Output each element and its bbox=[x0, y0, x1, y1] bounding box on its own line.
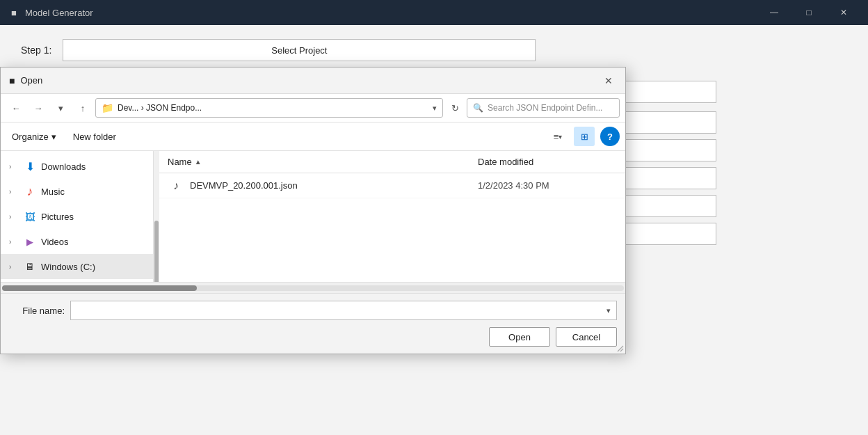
file-list-header: Name ▲ Date modified bbox=[159, 151, 625, 173]
content-area: › ⬇ Downloads › ♪ Music › 🖼 Pictures › ▶ bbox=[1, 151, 625, 282]
file-list: Name ▲ Date modified ♪ DEVMVP_20.200.001… bbox=[159, 151, 625, 282]
step1-label: Step 1: bbox=[21, 45, 51, 56]
file-icon: ♪ bbox=[168, 177, 184, 194]
app-title: Model Generator bbox=[25, 8, 93, 18]
address-text: Dev... › JSON Endpo... bbox=[118, 103, 428, 113]
sidebar-item-pictures[interactable]: › 🖼 Pictures bbox=[1, 204, 153, 229]
dialog-close-button[interactable]: ✕ bbox=[600, 72, 617, 89]
dialog-title-left: ■ Open bbox=[9, 75, 42, 86]
windows-chevron-icon: › bbox=[9, 263, 19, 271]
filename-row: File name: ▾ bbox=[9, 301, 617, 320]
nav-up-button[interactable]: ↑ bbox=[73, 98, 93, 118]
nav-forward-button[interactable]: → bbox=[29, 98, 48, 118]
app-icon: ■ bbox=[8, 7, 19, 18]
close-button[interactable]: ✕ bbox=[828, 2, 860, 23]
downloads-icon: ⬇ bbox=[23, 159, 37, 173]
resize-handle[interactable] bbox=[616, 344, 625, 354]
view-menu-caret-icon: ▾ bbox=[558, 133, 562, 141]
new-folder-button[interactable]: New folder bbox=[67, 129, 122, 145]
music-icon: ♪ bbox=[23, 184, 37, 198]
music-chevron-icon: › bbox=[9, 188, 19, 196]
h-scrollbar-track bbox=[2, 285, 624, 291]
window-controls: — □ ✕ bbox=[758, 2, 860, 23]
sidebar-scrollbar[interactable] bbox=[154, 151, 159, 282]
toolbar: Organize ▾ New folder ≡ ▾ ⊞ ? bbox=[1, 122, 625, 151]
sidebar: › ⬇ Downloads › ♪ Music › 🖼 Pictures › ▶ bbox=[1, 151, 154, 282]
pictures-chevron-icon: › bbox=[9, 213, 19, 221]
downloads-label: Downloads bbox=[41, 161, 86, 172]
address-folder-icon: 📁 bbox=[102, 102, 113, 113]
videos-label: Videos bbox=[41, 237, 69, 247]
videos-chevron-icon: › bbox=[9, 238, 19, 246]
sidebar-item-music[interactable]: › ♪ Music bbox=[1, 179, 153, 204]
dialog-title-bar: ■ Open ✕ bbox=[1, 68, 625, 94]
organize-label: Organize bbox=[12, 132, 49, 142]
address-bar[interactable]: 📁 Dev... › JSON Endpo... ▾ bbox=[95, 98, 443, 118]
title-bar: ■ Model Generator — □ ✕ bbox=[0, 0, 868, 25]
column-name-header[interactable]: Name ▲ bbox=[168, 157, 478, 167]
dialog-title-text: Open bbox=[20, 75, 42, 86]
column-name-label: Name bbox=[168, 157, 192, 167]
step1-row: Step 1: Select Project bbox=[21, 39, 847, 61]
sidebar-item-videos[interactable]: › ▶ Videos bbox=[1, 229, 153, 254]
filename-input[interactable]: ▾ bbox=[70, 301, 617, 320]
sidebar-item-downloads[interactable]: › ⬇ Downloads bbox=[1, 154, 153, 179]
nav-dropdown-button[interactable]: ▾ bbox=[51, 98, 70, 118]
file-name: DEVMVP_20.200.001.json bbox=[190, 180, 478, 191]
file-row[interactable]: ♪ DEVMVP_20.200.001.json 1/2/2023 4:30 P… bbox=[159, 173, 625, 198]
windows-c-icon: 🖥 bbox=[23, 260, 37, 274]
search-bar[interactable]: 🔍 Search JSON Endpoint Defin... bbox=[467, 98, 620, 118]
app-body: Step 1: Select Project 0.001\DEVMVPBlog_… bbox=[0, 25, 868, 435]
nav-back-button[interactable]: ← bbox=[6, 98, 26, 118]
pictures-label: Pictures bbox=[41, 212, 74, 222]
maximize-button[interactable]: □ bbox=[793, 2, 825, 23]
dialog-actions: Open Cancel bbox=[9, 327, 617, 347]
search-icon: 🔍 bbox=[473, 103, 483, 113]
h-scrollbar-thumb bbox=[2, 285, 197, 291]
nav-bar: ← → ▾ ↑ 📁 Dev... › JSON Endpo... ▾ ↻ 🔍 S… bbox=[1, 94, 625, 122]
sidebar-item-windows-c[interactable]: › 🖥 Windows (C:) bbox=[1, 254, 153, 279]
open-button[interactable]: Open bbox=[489, 327, 550, 347]
pictures-icon: 🖼 bbox=[23, 209, 37, 223]
search-placeholder-text: Search JSON Endpoint Defin... bbox=[488, 103, 602, 113]
file-date: 1/2/2023 4:30 PM bbox=[478, 180, 617, 191]
help-button[interactable]: ? bbox=[600, 127, 620, 146]
cancel-button[interactable]: Cancel bbox=[556, 327, 617, 347]
sidebar-scrollbar-thumb bbox=[154, 221, 159, 282]
filename-label: File name: bbox=[9, 306, 65, 316]
horizontal-scrollbar[interactable] bbox=[1, 282, 625, 293]
organize-caret-icon: ▾ bbox=[51, 132, 56, 142]
minimize-button[interactable]: — bbox=[758, 2, 790, 23]
address-dropdown-icon: ▾ bbox=[433, 104, 437, 113]
open-dialog: ■ Open ✕ ← → ▾ ↑ 📁 Dev... › JSON Endpo..… bbox=[0, 67, 626, 354]
address-refresh-button[interactable]: ↻ bbox=[446, 99, 464, 117]
view-menu-icon: ≡ bbox=[554, 132, 559, 142]
music-label: Music bbox=[41, 187, 65, 197]
windows-c-label: Windows (C:) bbox=[41, 262, 95, 272]
organize-button[interactable]: Organize ▾ bbox=[6, 129, 62, 145]
downloads-chevron-icon: › bbox=[9, 163, 19, 171]
dialog-bottom: File name: ▾ Open Cancel bbox=[1, 293, 625, 354]
sort-ascending-icon: ▲ bbox=[195, 158, 202, 166]
view-toggle-button[interactable]: ⊞ bbox=[574, 127, 595, 146]
filename-dropdown-icon: ▾ bbox=[606, 306, 611, 315]
view-menu-button[interactable]: ≡ ▾ bbox=[547, 127, 568, 146]
videos-icon: ▶ bbox=[23, 235, 37, 248]
dialog-title-icon: ■ bbox=[9, 75, 15, 86]
column-date-header[interactable]: Date modified bbox=[478, 157, 617, 167]
select-project-button[interactable]: Select Project bbox=[63, 39, 536, 61]
